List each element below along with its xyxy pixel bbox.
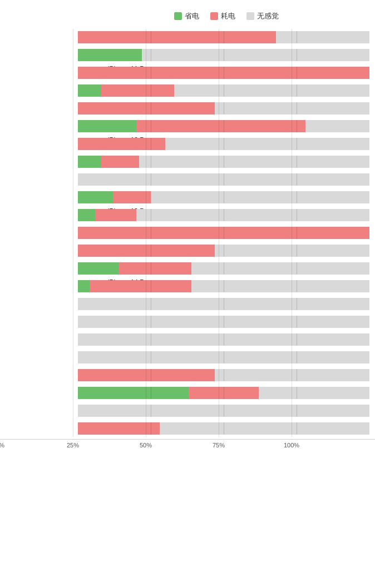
bars-area: iPhone 11iPhone 11 ProiPhone 11 ProMaxiP… bbox=[0, 29, 375, 437]
bar-track bbox=[78, 262, 369, 275]
bar-track bbox=[78, 333, 369, 346]
bar-row: iPhone 14 Plus bbox=[78, 242, 369, 259]
legend-neutral-label: 无感觉 bbox=[257, 11, 279, 21]
seg-drain bbox=[95, 209, 136, 221]
seg-drain bbox=[78, 67, 369, 79]
seg-drain bbox=[101, 156, 139, 168]
seg-drain bbox=[78, 245, 215, 257]
bar-track bbox=[78, 173, 369, 186]
bar-row: iPhone 11 bbox=[78, 29, 369, 46]
bar-track bbox=[78, 31, 369, 43]
bar-row: iPhone XS Max bbox=[78, 420, 369, 437]
bar-row: iPhone 13 mini bbox=[78, 171, 369, 188]
bar-row: iPhone 12 ProMax bbox=[78, 136, 369, 152]
bar-row: iPhone XR bbox=[78, 385, 369, 401]
legend-neutral: 无感觉 bbox=[246, 11, 279, 21]
bar-row: iPhone 14 bbox=[78, 225, 369, 241]
seg-save bbox=[78, 156, 101, 168]
seg-drain bbox=[113, 191, 151, 203]
bar-row: iPhone 8 bbox=[78, 296, 369, 312]
bar-row: iPhone 14 ProMax bbox=[78, 278, 369, 295]
bar-row: iPhone 12 bbox=[78, 82, 369, 99]
bar-row: iPhone 11 Pro bbox=[78, 47, 369, 63]
bar-row: iPhone XS bbox=[78, 402, 369, 419]
seg-drain bbox=[136, 120, 305, 132]
bar-track bbox=[78, 191, 369, 203]
seg-drain bbox=[78, 422, 160, 435]
x-tick-label: 0% bbox=[0, 442, 4, 449]
bar-row: iPhone 13 ProMax bbox=[78, 207, 369, 223]
x-axis: 0%25%50%75%100% bbox=[0, 439, 375, 451]
bar-track bbox=[78, 102, 369, 114]
seg-save bbox=[78, 209, 95, 221]
bar-track bbox=[78, 298, 369, 310]
bar-track bbox=[78, 49, 369, 61]
legend-save-color bbox=[174, 12, 182, 20]
bar-track bbox=[78, 369, 369, 381]
seg-save bbox=[78, 120, 136, 132]
bar-track bbox=[78, 120, 369, 132]
seg-drain bbox=[78, 138, 165, 150]
seg-save bbox=[78, 387, 189, 399]
bar-track bbox=[78, 280, 369, 292]
seg-drain bbox=[101, 84, 174, 97]
bar-track bbox=[78, 156, 369, 168]
legend-drain: 耗电 bbox=[210, 11, 235, 21]
legend-save: 省电 bbox=[174, 11, 199, 21]
seg-drain bbox=[119, 262, 191, 275]
seg-drain bbox=[78, 31, 276, 43]
bar-track bbox=[78, 227, 369, 239]
bar-row: iPhone 12 Pro bbox=[78, 118, 369, 134]
bar-track bbox=[78, 209, 369, 221]
seg-save bbox=[78, 84, 101, 97]
seg-save bbox=[78, 191, 113, 203]
bar-track bbox=[78, 138, 369, 150]
bar-row: iPhone 13 bbox=[78, 153, 369, 170]
legend-drain-color bbox=[210, 12, 218, 20]
seg-drain bbox=[78, 102, 215, 114]
seg-drain bbox=[90, 280, 191, 292]
bar-row: iPhone X bbox=[78, 367, 369, 383]
grid-line bbox=[73, 29, 73, 437]
bar-track bbox=[78, 84, 369, 97]
x-tick-label: 50% bbox=[140, 442, 152, 449]
legend-save-label: 省电 bbox=[185, 11, 199, 21]
bar-track bbox=[78, 387, 369, 399]
bar-track bbox=[78, 245, 369, 257]
seg-drain bbox=[78, 227, 369, 239]
x-tick-label: 75% bbox=[213, 442, 225, 449]
chart-legend: 省电 耗电 无感觉 bbox=[0, 11, 375, 21]
bar-row: iPhone 8 Plus bbox=[78, 313, 369, 330]
seg-drain bbox=[78, 369, 215, 381]
seg-drain bbox=[189, 387, 259, 399]
bar-track bbox=[78, 316, 369, 328]
bar-track bbox=[78, 422, 369, 435]
bar-row: iPhone 12 mini bbox=[78, 100, 369, 117]
bar-track bbox=[78, 351, 369, 363]
x-tick-label: 100% bbox=[284, 442, 299, 449]
legend-neutral-color bbox=[246, 12, 254, 20]
bar-track bbox=[78, 405, 369, 417]
bar-track bbox=[78, 67, 369, 79]
bar-row: iPhone 11 ProMax bbox=[78, 64, 369, 81]
seg-save bbox=[78, 49, 142, 61]
bar-row: iPhone 13 Pro bbox=[78, 189, 369, 206]
bar-row: iPhone 14 Pro bbox=[78, 260, 369, 277]
x-tick-label: 25% bbox=[67, 442, 79, 449]
seg-save bbox=[78, 280, 90, 292]
legend-drain-label: 耗电 bbox=[221, 11, 235, 21]
bar-row: iPhone SE 第2代 bbox=[78, 331, 369, 348]
seg-save bbox=[78, 262, 119, 275]
bar-row: iPhone SE 第3代 bbox=[78, 349, 369, 366]
chart-container: 省电 耗电 无感觉 iPhone 11iPhone 11 ProiPhone 1… bbox=[0, 6, 375, 468]
